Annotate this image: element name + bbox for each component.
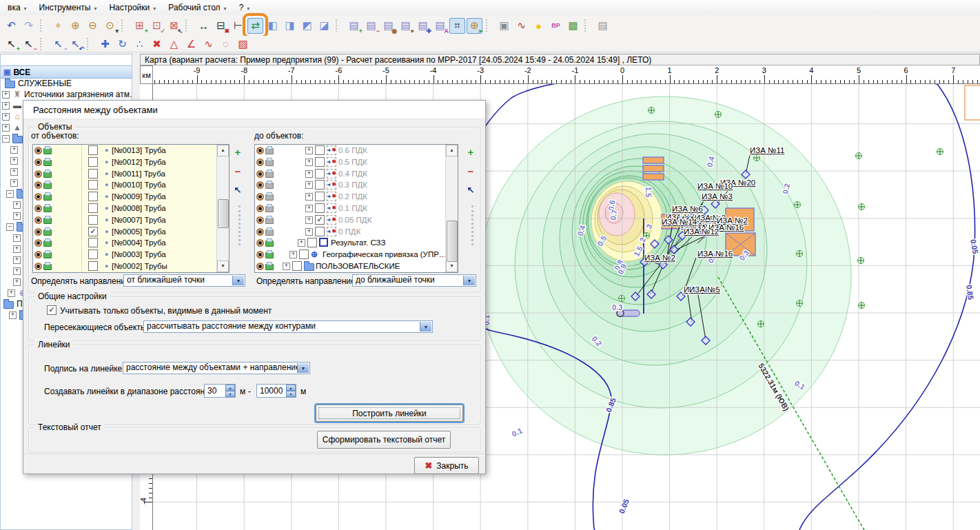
range-max-spinner[interactable]: 10000 ▲▼ — [256, 384, 296, 398]
expand-plus-icon[interactable]: + — [305, 193, 313, 201]
expand-plus-icon[interactable]: + — [13, 278, 21, 286]
visibility-eye-icon[interactable] — [34, 170, 42, 178]
print-layer-icon[interactable] — [43, 241, 52, 247]
visibility-eye-icon[interactable] — [34, 239, 42, 247]
range-min-spinner[interactable]: 30 ▲▼ — [204, 384, 236, 398]
row-checkbox[interactable] — [315, 215, 325, 225]
expand-minus-icon[interactable]: − — [6, 190, 14, 198]
to-list-row[interactable]: +0.5 ПДК — [255, 156, 446, 168]
source-remove-icon[interactable]: ▤− — [363, 18, 379, 34]
print-layer-icon[interactable] — [265, 241, 274, 247]
visibility-eye-icon[interactable] — [34, 263, 42, 270]
frame-contour-icon[interactable]: ◨ — [282, 18, 298, 34]
expand-plus-icon[interactable]: + — [2, 113, 10, 121]
row-checkbox[interactable] — [88, 261, 98, 271]
expand-plus-icon[interactable]: + — [2, 91, 10, 99]
sidebar-item-СЛУЖЕБНЫЕ[interactable]: СЛУЖЕБНЫЕ — [5, 78, 72, 89]
visibility-eye-icon[interactable] — [34, 181, 42, 189]
copy-contour-icon[interactable]: ◧ — [265, 18, 280, 34]
direction-to-combo[interactable]: до ближайшей точки — [352, 274, 476, 287]
print-layer-icon[interactable] — [43, 160, 52, 166]
zoom-out-icon[interactable]: ⊖ — [85, 18, 101, 34]
menu-item-?[interactable]: ? — [233, 1, 256, 14]
intersect-contour-icon[interactable]: ◪ — [316, 18, 332, 34]
measure-clear-icon[interactable]: ⊟✖ — [213, 18, 229, 34]
from-remove-button[interactable]: − — [231, 165, 245, 177]
expand-plus-icon[interactable]: + — [2, 124, 10, 132]
polyline-tool-icon[interactable]: ∠ — [183, 36, 199, 52]
expand-plus-icon[interactable]: + — [13, 212, 21, 220]
direction-from-combo[interactable]: от ближайшей точки — [123, 274, 245, 287]
from-list-row[interactable]: ●[№0012] Труба — [33, 156, 217, 168]
expand-plus-icon[interactable]: + — [10, 168, 18, 176]
expand-plus-icon[interactable]: + — [9, 312, 17, 319]
scroll-thumb[interactable] — [447, 221, 458, 262]
from-list-row[interactable]: ●[№0009] Труба — [33, 191, 217, 203]
visibility-eye-icon[interactable] — [256, 216, 264, 224]
redo-icon[interactable]: ↷ — [21, 18, 37, 34]
intersect-combo[interactable]: рассчитывать расстояние между контурами — [143, 320, 433, 333]
expand-plus-icon[interactable]: + — [10, 157, 18, 165]
print-layer-icon[interactable] — [43, 218, 52, 224]
row-checkbox[interactable] — [88, 145, 98, 155]
build-rulers-button[interactable]: Построить линейки — [316, 405, 463, 422]
row-checkbox[interactable] — [88, 249, 98, 259]
sidebar-item-folder[interactable]: − — [2, 133, 25, 144]
report-button[interactable]: Сформировать текстовый отчет — [317, 431, 451, 449]
row-checkbox[interactable] — [315, 157, 325, 167]
to-add-button[interactable]: + — [464, 146, 478, 158]
visibility-eye-icon[interactable] — [256, 239, 264, 247]
scroll-up-arrow[interactable]: ▲ — [446, 145, 458, 156]
row-checkbox[interactable] — [292, 261, 302, 271]
list-scrollbar[interactable]: ▲▼ — [445, 145, 458, 272]
expand-plus-icon[interactable]: + — [305, 159, 313, 166]
hatch-tool-icon[interactable]: ▨ — [235, 36, 251, 52]
from-objects-list[interactable]: ●[№0013] Труба●[№0012] Труба●[№0011] Тру… — [32, 144, 229, 273]
scroll-up-arrow[interactable]: ▲ — [217, 145, 229, 156]
expand-plus-icon[interactable]: + — [305, 181, 313, 189]
to-list-row[interactable]: +0.3 ПДК — [255, 179, 446, 191]
expand-plus-icon[interactable]: + — [305, 205, 313, 212]
visibility-eye-icon[interactable] — [256, 170, 264, 178]
print-layer-icon[interactable] — [265, 206, 274, 212]
print-layer-icon[interactable] — [265, 160, 274, 166]
sidebar-item-Источники загрязнения атм...[interactable]: +♜Источники загрязнения атм... — [2, 89, 132, 100]
expand-plus-icon[interactable]: + — [305, 228, 313, 236]
print-layer-icon[interactable] — [43, 264, 52, 270]
polygon-tool-icon[interactable]: △ — [166, 36, 182, 52]
expand-plus-icon[interactable]: + — [305, 170, 313, 178]
sidebar-item-house[interactable]: +⌂ — [2, 111, 24, 122]
expand-plus-icon[interactable]: + — [10, 179, 18, 187]
to-pick-button[interactable]: ↖ — [464, 185, 478, 195]
visibility-eye-icon[interactable] — [34, 251, 42, 258]
measure-icon[interactable]: ↔ — [196, 18, 212, 34]
print-layer-icon[interactable] — [43, 194, 52, 201]
row-checkbox[interactable] — [307, 238, 317, 247]
circle-tool-icon[interactable]: ◌ — [218, 36, 234, 52]
row-checkbox[interactable] — [315, 169, 325, 179]
caption-combo[interactable]: расстояние между объектами + направление — [123, 362, 310, 374]
visibility-eye-icon[interactable] — [34, 205, 42, 212]
expand-plus-icon[interactable]: + — [8, 289, 15, 297]
from-list-row[interactable]: ●[№0005] Труба — [33, 226, 217, 238]
rotate-icon[interactable]: ↻ — [114, 36, 130, 52]
menu-item-Инструменты[interactable]: Инструменты — [33, 1, 103, 14]
print-layer-icon[interactable] — [265, 264, 274, 270]
distance-objects-icon[interactable]: ⇄ — [247, 18, 263, 34]
menu-item-Настройки[interactable]: Настройки — [103, 1, 162, 14]
zoom-in-icon[interactable]: ⊕ — [68, 18, 83, 34]
select-minus-icon[interactable]: ↖− — [21, 36, 37, 52]
close-button[interactable]: ✖ Закрыть — [414, 457, 479, 474]
bulb-icon[interactable]: ● — [531, 18, 547, 34]
to-list-row[interactable]: +0.05 ПДК — [255, 214, 446, 226]
add-layer-icon[interactable]: ⊞+ — [132, 18, 147, 34]
print-layer-icon[interactable] — [265, 194, 274, 201]
ruler-toggle-icon[interactable]: ⌗ — [449, 18, 465, 34]
to-list-row[interactable]: +ПОЛЬЗОВАТЕЛЬСКИЕ — [255, 261, 446, 272]
print-layer-icon[interactable] — [265, 252, 274, 258]
from-list-row[interactable]: ●[№0003] Труба — [33, 249, 217, 261]
union-contour-icon[interactable]: ◩ — [299, 18, 315, 34]
from-list-row[interactable]: ●[№0010] Труба — [33, 179, 217, 191]
visible-only-checkbox[interactable] — [47, 305, 57, 315]
print-layer-icon[interactable] — [43, 230, 52, 236]
